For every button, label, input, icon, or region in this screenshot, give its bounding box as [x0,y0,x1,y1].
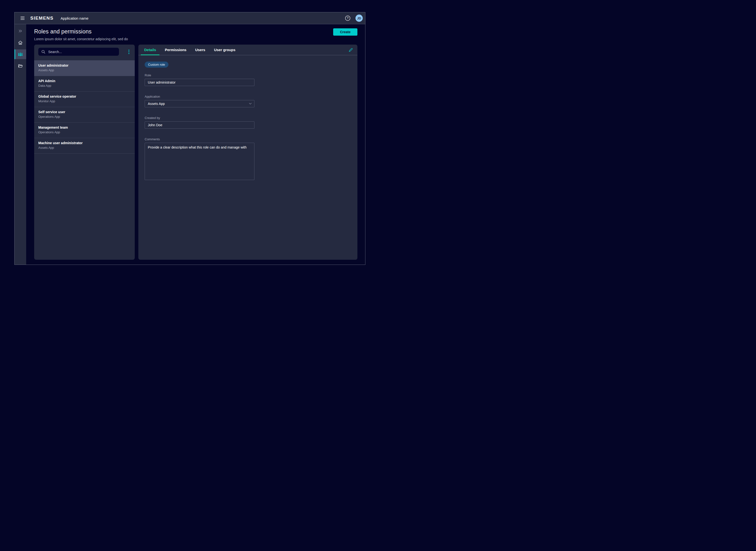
role-name: Self service user [38,110,131,114]
siemens-logo: SIEMENS [30,15,54,21]
role-app: Operations App [38,130,131,134]
role-field: Role [145,73,254,86]
created-by-input[interactable] [145,121,254,129]
application-name: Application name [61,16,88,20]
folder-icon [18,63,23,69]
role-app: Data App [38,84,131,87]
create-button[interactable]: Create [333,28,357,36]
header-actions: ? JD [345,15,363,22]
sidebar-item-users[interactable] [15,49,26,59]
search-row [34,45,135,60]
edit-button[interactable] [348,47,353,53]
page-subtitle: Lorem ipsum dolor sit amet, consectetur … [34,37,128,41]
role-list-item[interactable]: Global service operator Monitor App [34,92,135,107]
application-select[interactable]: Assets App [145,100,254,107]
role-input[interactable] [145,79,254,86]
tab-bar: Details Permissions Users User groups [138,45,357,55]
tab-users[interactable]: Users [192,45,209,55]
tab-details[interactable]: Details [141,45,159,55]
users-icon [17,51,23,57]
apps-grid-icon[interactable] [21,16,24,20]
apps-grid-glyph [21,16,24,20]
tab-permissions[interactable]: Permissions [161,45,190,55]
home-icon [18,40,23,45]
search-input[interactable] [48,50,116,54]
page-title: Roles and permissions [34,28,128,35]
sidebar-collapse-button[interactable] [15,26,26,36]
page-header: Roles and permissions Lorem ipsum dolor … [26,24,365,41]
role-app: Operations App [38,115,131,118]
role-app: Assets App [38,68,131,72]
comments-label: Comments [145,137,254,141]
role-list-item[interactable]: API Admin Data App [34,76,135,92]
role-details-form: Custom role Role Application Assets App [138,55,357,181]
sidebar-item-home[interactable] [15,38,26,47]
role-name: Management team [38,125,131,130]
role-name: API Admin [38,79,131,83]
role-list-item[interactable]: Machine user administrator Assets App [34,138,135,154]
role-list-item[interactable]: Management team Operations App [34,123,135,138]
user-avatar[interactable]: JD [355,15,363,22]
help-button[interactable]: ? [345,15,350,21]
role-list-item[interactable]: Self service user Operations App [34,107,135,123]
role-app: Monitor App [38,99,131,103]
details-panel: Details Permissions Users User groups Cu… [138,45,357,260]
list-more-button[interactable] [126,49,132,55]
role-list: User administrator Assets App API Admin … [34,60,135,154]
sidebar-item-projects[interactable] [15,61,26,71]
app-window: SIEMENS Application name ? JD [14,12,365,265]
chevron-down-icon [249,103,252,105]
sidebar [15,24,26,264]
help-icon: ? [345,15,350,21]
roles-list-panel: User administrator Assets App API Admin … [34,45,135,260]
double-chevron-right-icon [18,29,23,33]
search-box[interactable] [38,48,119,56]
tab-user-groups[interactable]: User groups [210,45,239,55]
role-label: Role [145,73,254,77]
role-name: Global service operator [38,94,131,99]
kebab-icon [128,49,130,54]
application-select-value: Assets App [148,102,165,106]
created-by-label: Created by [145,116,254,120]
main-content: Roles and permissions Lorem ipsum dolor … [26,24,365,264]
role-app: Assets App [38,146,131,149]
pencil-icon [348,47,353,52]
role-list-item[interactable]: User administrator Assets App [34,61,135,76]
role-name: Machine user administrator [38,141,131,145]
comments-textarea[interactable]: Provide a clear description what this ro… [145,143,254,180]
search-icon [41,50,46,54]
application-label: Application [145,95,254,98]
comments-field: Comments Provide a clear description wha… [145,137,254,181]
role-name: User administrator [38,63,131,68]
top-header: SIEMENS Application name ? JD [15,12,365,24]
custom-role-badge: Custom role [145,62,168,68]
svg-text:?: ? [347,16,349,20]
application-field: Application Assets App [145,95,254,107]
created-by-field: Created by [145,116,254,129]
